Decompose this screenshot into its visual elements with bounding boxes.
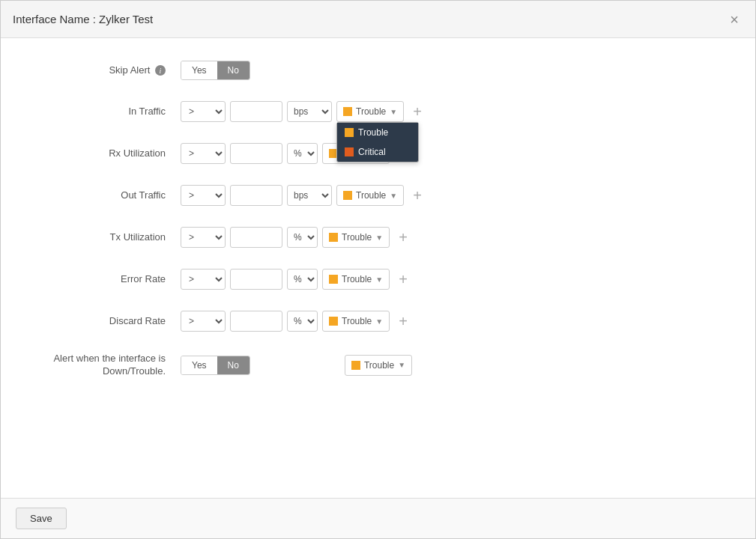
- alert-interface-row: Alert when the interface is Down/Trouble…: [46, 353, 710, 378]
- tx-utilization-controls: ><>=<= % Trouble ▼ +: [181, 227, 412, 248]
- discard-severity-label: Trouble: [342, 316, 372, 326]
- discard-rate-add-button[interactable]: +: [394, 314, 412, 329]
- discard-rate-operator[interactable]: ><>=<=: [181, 311, 226, 332]
- in-traffic-add-button[interactable]: +: [408, 104, 426, 119]
- dialog-title: Interface Name : Zylker Test: [13, 13, 153, 25]
- rx-utilization-operator[interactable]: ><>=<=: [181, 143, 226, 164]
- in-traffic-critical-option[interactable]: Critical: [337, 142, 418, 162]
- error-rate-severity-button[interactable]: Trouble ▼: [322, 269, 390, 290]
- in-traffic-severity-label: Trouble: [356, 106, 386, 117]
- error-rate-row: Error Rate ><>=<= % Trouble ▼ +: [46, 269, 710, 290]
- error-severity-color: [329, 275, 338, 284]
- skip-alert-no-button[interactable]: No: [217, 61, 250, 79]
- skip-alert-toggle: Yes No: [181, 61, 250, 80]
- tx-utilization-label: Tx Utilization: [46, 231, 181, 244]
- dialog-footer: Save: [1, 498, 755, 538]
- main-dialog: Interface Name : Zylker Test × Skip Aler…: [0, 0, 756, 539]
- save-button[interactable]: Save: [16, 508, 67, 529]
- error-severity-label: Trouble: [342, 274, 372, 284]
- discard-chevron-icon: ▼: [375, 317, 383, 326]
- error-rate-add-button[interactable]: +: [394, 272, 412, 287]
- discard-rate-value[interactable]: [230, 311, 282, 332]
- error-rate-severity-dropdown: Trouble ▼: [322, 269, 390, 290]
- in-traffic-trouble-option[interactable]: Trouble: [337, 123, 418, 142]
- in-traffic-row: In Traffic > < >= <= bpskbpsMbpsGbps Tro…: [46, 101, 710, 122]
- discard-rate-severity-button[interactable]: Trouble ▼: [322, 311, 390, 332]
- alert-interface-controls: Yes No Trouble ▼: [181, 355, 412, 376]
- error-chevron-icon: ▼: [375, 275, 383, 284]
- tx-chevron-icon: ▼: [375, 234, 383, 242]
- alert-interface-label: Alert when the interface is Down/Trouble…: [46, 353, 181, 378]
- error-rate-unit[interactable]: %: [287, 269, 318, 290]
- out-traffic-unit[interactable]: bpskbpsMbpsGbps: [287, 185, 332, 206]
- alert-interface-severity-button[interactable]: Trouble ▼: [345, 355, 412, 376]
- in-traffic-unit[interactable]: bpskbpsMbpsGbps: [287, 101, 332, 122]
- dialog-header: Interface Name : Zylker Test ×: [1, 1, 755, 38]
- skip-alert-info-icon[interactable]: i: [155, 65, 166, 76]
- discard-rate-row: Discard Rate ><>=<= % Trouble ▼ +: [46, 311, 710, 332]
- skip-alert-label: Skip Alert i: [46, 64, 181, 77]
- skip-alert-controls: Yes No: [181, 61, 250, 80]
- in-traffic-controls: > < >= <= bpskbpsMbpsGbps Trouble ▼: [181, 101, 426, 122]
- skip-alert-yes-button[interactable]: Yes: [181, 61, 217, 79]
- discard-rate-controls: ><>=<= % Trouble ▼ +: [181, 311, 412, 332]
- out-traffic-label: Out Traffic: [46, 189, 181, 202]
- rx-utilization-value[interactable]: [230, 143, 282, 164]
- tx-utilization-row: Tx Utilization ><>=<= % Trouble ▼ +: [46, 227, 710, 248]
- out-traffic-value[interactable]: [230, 185, 282, 206]
- out-traffic-add-button[interactable]: +: [408, 188, 426, 203]
- discard-rate-severity-dropdown: Trouble ▼: [322, 311, 390, 332]
- out-traffic-severity-dropdown: Trouble ▼: [336, 185, 404, 206]
- out-severity-color: [343, 191, 352, 200]
- in-traffic-severity-color: [343, 107, 352, 116]
- error-rate-label: Error Rate: [46, 273, 181, 286]
- alert-severity-label: Trouble: [364, 360, 394, 371]
- in-traffic-label: In Traffic: [46, 106, 181, 118]
- alert-interface-toggle: Yes No: [181, 356, 250, 375]
- alert-interface-severity-dropdown: Trouble ▼: [345, 355, 412, 376]
- discard-rate-unit[interactable]: %: [287, 311, 318, 332]
- tx-utilization-severity-dropdown: Trouble ▼: [322, 227, 390, 248]
- dropdown-trouble-color: [345, 128, 354, 137]
- alert-interface-no-button[interactable]: No: [217, 356, 250, 374]
- alert-chevron-icon: ▼: [398, 361, 405, 369]
- out-traffic-operator[interactable]: ><>=<=: [181, 185, 226, 206]
- alert-interface-yes-button[interactable]: Yes: [181, 356, 217, 374]
- in-traffic-chevron-icon: ▼: [390, 108, 397, 116]
- error-rate-operator[interactable]: ><>=<=: [181, 269, 226, 290]
- dialog-body: Skip Alert i Yes No In Traffic > < >= <=: [1, 38, 755, 498]
- dropdown-critical-color: [345, 147, 354, 156]
- out-chevron-icon: ▼: [390, 192, 397, 200]
- discard-severity-color: [329, 317, 338, 326]
- discard-rate-label: Discard Rate: [46, 315, 181, 328]
- skip-alert-row: Skip Alert i Yes No: [46, 61, 710, 80]
- tx-utilization-unit[interactable]: %: [287, 227, 318, 248]
- tx-severity-label: Trouble: [342, 232, 372, 243]
- in-traffic-value[interactable]: [230, 101, 282, 122]
- tx-utilization-severity-button[interactable]: Trouble ▼: [322, 227, 390, 248]
- tx-utilization-value[interactable]: [230, 227, 282, 248]
- in-traffic-severity-dropdown: Trouble ▼ Trouble Critical: [336, 101, 404, 122]
- rx-utilization-unit[interactable]: %: [287, 143, 318, 164]
- in-traffic-severity-button[interactable]: Trouble ▼: [336, 101, 404, 122]
- out-traffic-controls: ><>=<= bpskbpsMbpsGbps Trouble ▼ +: [181, 185, 426, 206]
- error-rate-value[interactable]: [230, 269, 282, 290]
- tx-utilization-add-button[interactable]: +: [394, 230, 412, 245]
- out-traffic-severity-button[interactable]: Trouble ▼: [336, 185, 404, 206]
- out-traffic-row: Out Traffic ><>=<= bpskbpsMbpsGbps Troub…: [46, 185, 710, 206]
- rx-utilization-label: Rx Utilization: [46, 147, 181, 160]
- close-button[interactable]: ×: [725, 10, 743, 28]
- error-rate-controls: ><>=<= % Trouble ▼ +: [181, 269, 412, 290]
- alert-severity-color: [351, 361, 360, 370]
- out-severity-label: Trouble: [356, 190, 386, 201]
- in-traffic-operator[interactable]: > < >= <=: [181, 101, 226, 122]
- tx-utilization-operator[interactable]: ><>=<=: [181, 227, 226, 248]
- in-traffic-dropdown-menu: Trouble Critical: [336, 122, 419, 162]
- tx-severity-color: [329, 233, 338, 242]
